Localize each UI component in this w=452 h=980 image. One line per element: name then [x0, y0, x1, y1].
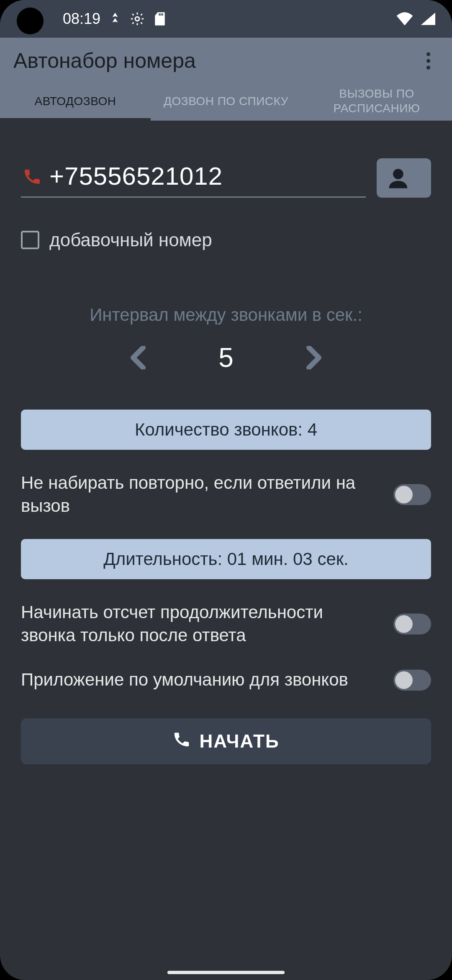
stop-on-answer-label: Не набирать повторно, если ответили на в… — [21, 472, 381, 517]
app-bar: Автонабор номера — [0, 38, 452, 84]
calls-count-button[interactable]: Количество звонков: 4 — [21, 410, 431, 450]
status-right — [396, 12, 435, 26]
tab-autodial[interactable]: АВТОДОЗВОН — [0, 84, 151, 121]
status-bar: 08:19 — [0, 0, 452, 38]
tab-scheduled[interactable]: ВЫЗОВЫ ПО РАСПИСАНИЮ — [301, 84, 452, 121]
phone-input[interactable]: +75556521012 — [21, 158, 366, 198]
svg-point-0 — [135, 17, 139, 21]
default-dialer-label: Приложение по умолчанию для звонков — [21, 668, 381, 691]
tab-label: ДОЗВОН ПО СПИСКУ — [164, 94, 288, 108]
svg-rect-1 — [159, 13, 160, 15]
more-menu-button[interactable] — [418, 44, 439, 78]
phone-number-value: +75556521012 — [49, 162, 223, 191]
status-time: 08:19 — [63, 10, 100, 28]
tab-label: ВЫЗОВЫ ПО РАСПИСАНИЮ — [306, 86, 448, 116]
app-title: Автонабор номера — [13, 49, 196, 73]
interval-value: 5 — [213, 342, 239, 373]
svg-rect-2 — [160, 13, 162, 15]
count-after-answer-row: Начинать отсчет продолжительности звонка… — [21, 601, 431, 647]
default-dialer-row: Приложение по умолчанию для звонков — [21, 668, 431, 691]
cellular-icon — [420, 12, 435, 26]
extension-checkbox[interactable] — [21, 231, 39, 249]
calls-count-label: Количество звонков: 4 — [135, 420, 317, 439]
interval-label: Интервал между звонками в сек.: — [21, 305, 431, 325]
tab-list-dial[interactable]: ДОЗВОН ПО СПИСКУ — [151, 84, 301, 121]
gear-icon — [130, 11, 145, 26]
phone-icon — [172, 730, 191, 753]
phone-row: +75556521012 — [21, 158, 431, 198]
content: +75556521012 добавочный номер Интервал м… — [0, 121, 452, 764]
start-button[interactable]: НАЧАТЬ — [21, 718, 431, 764]
status-left: 08:19 — [63, 10, 166, 28]
duration-label: Длительность: 01 мин. 03 сек. — [103, 549, 349, 569]
extension-row[interactable]: добавочный номер — [21, 230, 431, 250]
interval-stepper: 5 — [21, 342, 431, 374]
pick-contact-button[interactable] — [377, 158, 431, 198]
svg-point-4 — [393, 169, 403, 179]
duration-button[interactable]: Длительность: 01 мин. 03 сек. — [21, 539, 431, 579]
stop-on-answer-row: Не набирать повторно, если ответили на в… — [21, 472, 431, 517]
tab-bar: АВТОДОЗВОН ДОЗВОН ПО СПИСКУ ВЫЗОВЫ ПО РА… — [0, 84, 452, 121]
svg-rect-3 — [162, 13, 163, 15]
extension-label: добавочный номер — [49, 230, 212, 250]
sd-card-icon — [154, 12, 166, 26]
tab-label: АВТОДОЗВОН — [35, 94, 116, 108]
stop-on-answer-toggle[interactable] — [393, 484, 431, 505]
gesture-bar[interactable] — [167, 971, 285, 974]
location-icon — [110, 12, 121, 26]
interval-increase-button[interactable] — [301, 342, 326, 374]
interval-decrease-button[interactable] — [126, 342, 151, 374]
default-dialer-toggle[interactable] — [393, 670, 431, 691]
count-after-answer-label: Начинать отсчет продолжительности звонка… — [21, 601, 381, 647]
start-label: НАЧАТЬ — [199, 731, 279, 752]
phone-icon — [23, 167, 42, 186]
interval-section: Интервал между звонками в сек.: 5 — [21, 305, 431, 374]
count-after-answer-toggle[interactable] — [393, 614, 431, 634]
wifi-icon — [396, 12, 413, 26]
device-frame: 08:19 Автонабор номера АВТОДОЗВ — [0, 0, 452, 980]
camera-hole — [17, 8, 44, 34]
